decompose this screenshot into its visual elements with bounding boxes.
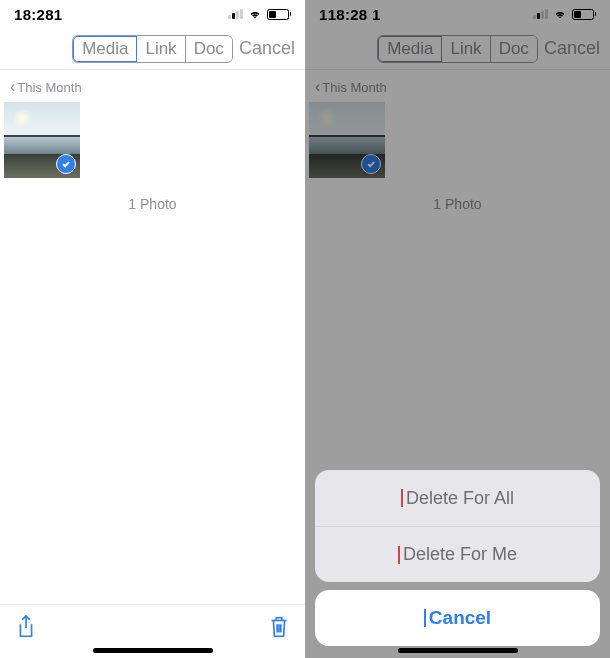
delete-for-me-button[interactable]: Delete For Me [315, 526, 600, 582]
share-button[interactable] [14, 614, 38, 644]
cancel-indicator-icon [424, 609, 426, 627]
status-bar: 18:281 [0, 0, 305, 28]
phone-left: 18:281 Media Link Doc Cancel ‹ This Mont… [0, 0, 305, 658]
media-grid [0, 102, 305, 178]
tab-link[interactable]: Link [137, 36, 185, 62]
selection-count: 1 Photo [0, 196, 305, 212]
delete-for-all-button[interactable]: Delete For All [315, 470, 600, 526]
home-indicator[interactable] [93, 648, 213, 653]
destructive-indicator-icon [401, 489, 403, 507]
section-title: This Month [17, 80, 81, 95]
cancel-label: Cancel [429, 607, 491, 629]
section-header: ‹ This Month [0, 70, 305, 102]
action-sheet-group: Delete For All Delete For Me [315, 470, 600, 582]
delete-for-all-label: Delete For All [406, 488, 514, 509]
delete-button[interactable] [267, 614, 291, 644]
header: Media Link Doc Cancel [0, 28, 305, 70]
destructive-indicator-icon [398, 546, 400, 564]
status-indicators [228, 9, 291, 20]
share-icon [14, 614, 38, 640]
action-sheet: Delete For All Delete For Me Cancel [315, 470, 600, 646]
selected-check-icon [56, 154, 76, 174]
delete-for-me-label: Delete For Me [403, 544, 517, 565]
phone-right: 118:28 1 Media Link Doc Cancel ‹ This Mo… [305, 0, 610, 658]
trash-icon [267, 614, 291, 640]
segmented-control[interactable]: Media Link Doc [72, 35, 233, 63]
status-time: 18:281 [14, 6, 63, 23]
battery-icon [267, 9, 292, 20]
tab-doc[interactable]: Doc [186, 36, 232, 62]
photo-thumbnail[interactable] [4, 102, 80, 178]
chevron-left-icon: ‹ [10, 78, 15, 96]
cancel-button[interactable]: Cancel [239, 38, 295, 59]
wifi-icon [248, 9, 262, 20]
cellular-signal-icon [228, 9, 243, 19]
action-sheet-cancel-button[interactable]: Cancel [315, 590, 600, 646]
tab-media[interactable]: Media [72, 35, 138, 63]
